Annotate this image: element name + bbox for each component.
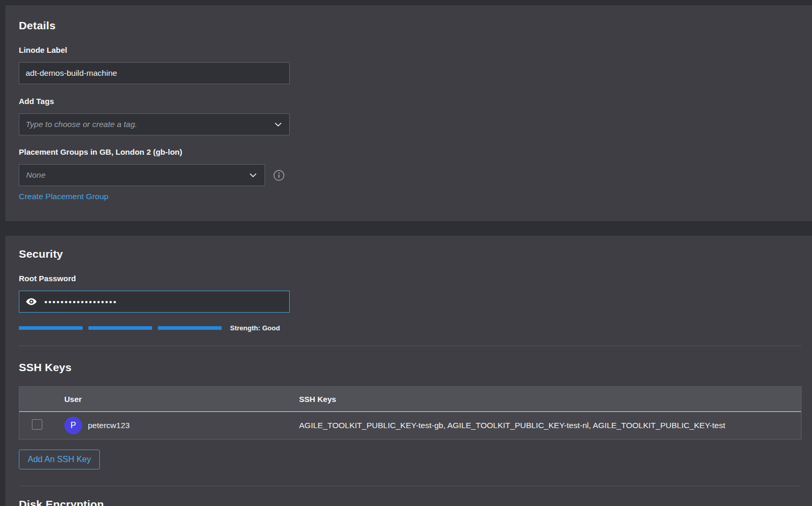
placement-group-selected-value: None	[26, 170, 248, 180]
disk-encryption-title: Disk Encryption	[19, 498, 802, 506]
ssh-keys-table: User SSH Keys P petercw123 AGILE_TOOLKIT…	[19, 386, 802, 440]
divider	[19, 346, 802, 346]
root-password-input[interactable]	[43, 297, 283, 307]
placement-groups-label: Placement Groups in GB, London 2 (gb-lon…	[19, 147, 802, 157]
security-title: Security	[19, 236, 802, 261]
details-panel: Details Linode Label Add Tags Placement …	[5, 5, 812, 221]
linode-label-label: Linode Label	[19, 45, 802, 55]
ssh-key-list: AGILE_TOOLKIT_PUBLIC_KEY-test-gb, AGILE_…	[299, 421, 801, 430]
password-strength: Strength: Good	[19, 324, 802, 332]
strength-label: Strength: Good	[230, 324, 280, 332]
table-row: P petercw123 AGILE_TOOLKIT_PUBLIC_KEY-te…	[19, 412, 801, 439]
eye-icon[interactable]	[26, 296, 37, 307]
ssh-user-checkbox[interactable]	[32, 419, 42, 430]
chevron-down-icon	[248, 170, 258, 180]
divider	[19, 486, 802, 486]
ssh-user-name: petercw123	[88, 421, 130, 430]
placement-group-select[interactable]: None	[19, 164, 265, 186]
add-tags-input[interactable]	[19, 113, 290, 135]
security-panel: Security Root Password Strength: Good SS…	[5, 236, 812, 506]
add-tags-combobox[interactable]	[19, 113, 290, 135]
ssh-keys-title: SSH Keys	[19, 361, 802, 374]
info-icon[interactable]	[273, 169, 285, 181]
strength-bar-segment	[158, 326, 222, 330]
column-header-ssh-keys: SSH Keys	[299, 395, 801, 404]
strength-bars	[19, 326, 222, 330]
add-ssh-key-button[interactable]: Add An SSH Key	[19, 450, 100, 469]
create-placement-group-link[interactable]: Create Placement Group	[19, 192, 108, 201]
details-title: Details	[19, 5, 802, 32]
strength-bar-segment	[19, 326, 83, 330]
strength-bar-segment	[88, 326, 152, 330]
add-tags-label: Add Tags	[19, 97, 802, 106]
root-password-field[interactable]	[19, 291, 290, 313]
linode-label-input[interactable]	[19, 62, 290, 84]
column-header-user: User	[64, 395, 299, 404]
avatar: P	[64, 417, 82, 434]
root-password-label: Root Password	[19, 274, 802, 283]
ssh-table-header: User SSH Keys	[19, 387, 801, 412]
